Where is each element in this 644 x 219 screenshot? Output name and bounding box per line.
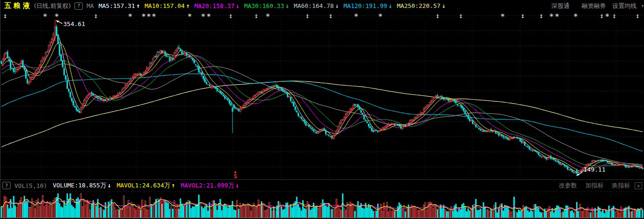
help-icon[interactable]: ? [2, 182, 11, 189]
svg-text:↕: ↕ [635, 13, 639, 20]
svg-text:*: * [574, 13, 578, 21]
trend-arrow-icon: ↑ [172, 182, 175, 189]
trend-arrow-icon: ↓ [235, 182, 239, 189]
ma-value: MA30:160.33↓ [244, 2, 289, 9]
svg-text:*: * [378, 13, 382, 21]
svg-text:S: S [233, 173, 237, 179]
period-adjust-label: (日线,前复权) [34, 2, 71, 10]
trend-arrow-icon: ↓ [389, 2, 392, 9]
chevron-down-icon[interactable]: ▾ [641, 3, 644, 8]
top-link[interactable]: 融资融券 [582, 2, 606, 10]
indicator-actions: 改参数加指标换指标 [559, 181, 630, 190]
svg-text:↕: ↕ [458, 13, 463, 20]
svg-text:*: * [142, 13, 146, 21]
svg-text:*: * [605, 13, 609, 21]
help-icon[interactable]: ? [74, 2, 83, 10]
svg-text:149.11: 149.11 [584, 166, 605, 173]
top-link[interactable]: 深股通 [551, 2, 570, 10]
trend-arrow-icon: ↑ [186, 2, 190, 9]
indicator-action-button[interactable]: 加指标 [585, 181, 604, 190]
svg-text:*: * [201, 13, 205, 21]
svg-text:↕: ↕ [305, 13, 309, 20]
volume-chart-pane[interactable] [0, 191, 644, 218]
vol-value: VOLUME:18.855万↓ [53, 181, 111, 190]
svg-text:*: * [501, 13, 505, 21]
trend-arrow-icon: ↓ [285, 2, 289, 9]
svg-text:*: * [188, 13, 192, 21]
main-chart-canvas[interactable]: ↕**↕*******↕↕*↕↕**↕↕*↕↕***↕*↕↕354.61149.… [0, 12, 644, 179]
svg-text:*: * [266, 13, 270, 21]
svg-text:↕: ↕ [328, 13, 332, 20]
vol-value: MAVOL1:24.634万↑ [117, 181, 175, 190]
ma-value: MA5:157.31↑ [99, 2, 140, 9]
vol-values-list: VOLUME:18.855万↓MAVOL1:24.634万↑MAVOL2:21.… [53, 181, 245, 190]
svg-text:↕: ↕ [3, 13, 7, 20]
ma-settings-dropdown[interactable]: 设置均线 [612, 2, 637, 10]
svg-text:354.61: 354.61 [63, 20, 85, 27]
stock-chart-window: 五粮液 (日线,前复权) ? MA MA5:157.31↑MA10:157.04… [0, 0, 644, 219]
svg-text:↕: ↕ [539, 13, 543, 20]
indicator-action-button[interactable]: 改参数 [559, 181, 577, 190]
svg-text:↕: ↕ [599, 13, 604, 20]
svg-text:*: * [555, 13, 559, 21]
top-indicator-bar: 五粮液 (日线,前复权) ? MA MA5:157.31↑MA10:157.04… [0, 0, 644, 12]
ma-value: MA250:220.57↓ [397, 2, 445, 9]
svg-text:*: * [43, 13, 47, 21]
svg-text:*: * [207, 13, 211, 21]
ma-value: MA120:191.99↓ [344, 2, 392, 9]
svg-text:*: * [55, 13, 59, 21]
svg-text:*: * [152, 13, 156, 21]
ma-value: MA10:157.04↑ [145, 2, 190, 9]
svg-text:*: * [147, 13, 151, 21]
svg-text:↕: ↕ [254, 13, 258, 20]
trend-arrow-icon: ↓ [107, 182, 111, 189]
svg-text:↕: ↕ [228, 13, 232, 20]
vol-value: MAVOL2:21.099万↓ [181, 181, 239, 190]
svg-text:↕: ↕ [612, 13, 616, 20]
main-chart-pane[interactable]: ↕**↕*******↕↕*↕↕**↕↕*↕↕***↕*↕↕354.61149.… [0, 12, 644, 180]
ma-settings-label[interactable]: 设置均线 [612, 2, 637, 10]
ma-value: MA20:158.37↓ [194, 2, 239, 9]
top-links: 深股通融资融券 [551, 2, 606, 10]
trend-arrow-icon: ↑ [136, 2, 140, 9]
volume-indicator-bar: ? VOL(5,10) VOLUME:18.855万↓MAVOL1:24.634… [0, 180, 644, 191]
svg-text:*: * [354, 13, 358, 21]
ma-value: MA60:164.78↓ [294, 2, 339, 9]
vol-indicator-label: VOL(5,10) [14, 182, 47, 189]
trend-arrow-icon: ↓ [335, 2, 339, 9]
volume-chart-canvas[interactable] [0, 191, 644, 218]
stock-name: 五粮液 [4, 1, 32, 10]
close-icon[interactable]: ✕ [635, 182, 642, 189]
svg-text:↕: ↕ [435, 13, 439, 20]
indicator-action-button[interactable]: 换指标 [612, 181, 630, 190]
trend-arrow-icon: ↓ [442, 2, 445, 9]
svg-text:↕: ↕ [520, 13, 524, 20]
ma-indicator-label: MA [86, 2, 94, 9]
svg-text:↕: ↕ [93, 13, 98, 20]
svg-text:*: * [550, 13, 553, 21]
svg-text:*: * [128, 13, 132, 21]
trend-arrow-icon: ↓ [236, 2, 239, 9]
ma-values-list: MA5:157.31↑MA10:157.04↑MA20:158.37↓MA30:… [99, 2, 450, 9]
